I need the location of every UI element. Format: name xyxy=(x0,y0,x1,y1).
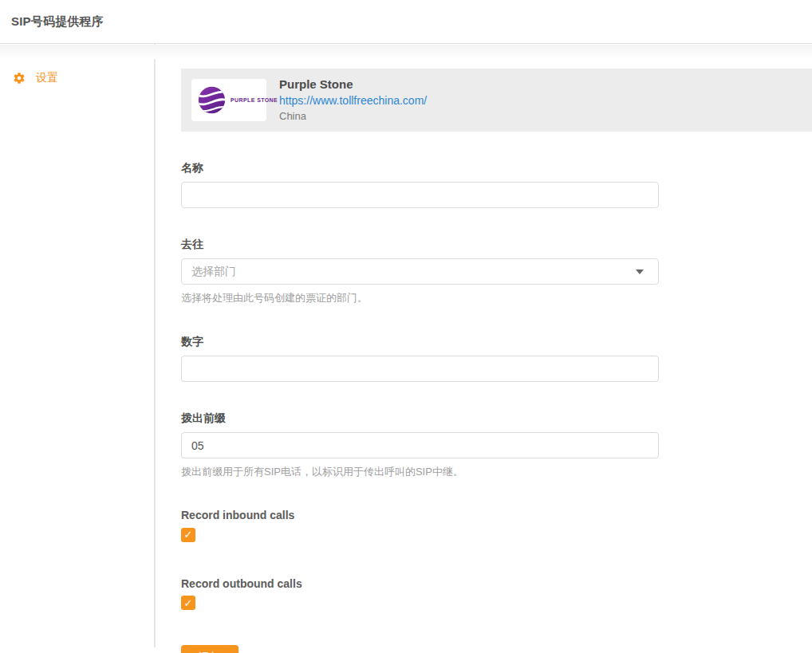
submit-row: 添加 xyxy=(181,645,659,653)
name-label: 名称 xyxy=(181,161,659,175)
sidebar-item-settings[interactable]: 设置 xyxy=(0,65,156,92)
main-content: PURPLE STONE Purple Stone https://www.to… xyxy=(156,44,812,653)
to-label: 去往 xyxy=(181,238,659,252)
record-inbound-group: Record inbound calls xyxy=(181,509,659,542)
chevron-down-icon xyxy=(636,269,644,274)
top-bar: SIP号码提供程序 xyxy=(0,0,812,44)
sidebar-item-label: 设置 xyxy=(36,71,58,85)
record-outbound-group: Record outbound calls xyxy=(181,577,659,611)
app-shell: 设置 xyxy=(0,44,812,653)
prefix-helper-text: 拨出前缀用于所有SIP电话，以标识用于传出呼叫的SIP中继。 xyxy=(181,465,659,479)
prefix-field-group: 拨出前缀 拨出前缀用于所有SIP电话，以标识用于传出呼叫的SIP中继。 xyxy=(181,411,659,479)
gear-icon xyxy=(13,72,26,85)
sip-number-form: 名称 去往 选择部门 选择将处理由此号码创建的票证的部门。 数字 拨出前缀 拨出… xyxy=(181,161,659,653)
prefix-input[interactable] xyxy=(181,432,659,458)
provider-logo: PURPLE STONE xyxy=(191,79,266,121)
record-outbound-checkbox[interactable] xyxy=(181,596,195,610)
provider-country: China xyxy=(279,108,427,124)
department-select-placeholder: 选择部门 xyxy=(191,265,236,279)
provider-logo-wordmark: PURPLE STONE xyxy=(231,97,278,103)
sidebar: 设置 xyxy=(0,44,156,653)
to-helper-text: 选择将处理由此号码创建的票证的部门。 xyxy=(181,291,659,305)
provider-name: Purple Stone xyxy=(279,77,427,92)
number-input[interactable] xyxy=(181,356,659,382)
provider-info: Purple Stone https://www.tollfreechina.c… xyxy=(279,77,427,124)
add-button[interactable]: 添加 xyxy=(181,645,238,653)
purple-stone-sphere-icon xyxy=(197,85,227,115)
name-field-group: 名称 xyxy=(181,161,659,208)
department-select[interactable]: 选择部门 xyxy=(181,258,659,285)
provider-card: PURPLE STONE Purple Stone https://www.to… xyxy=(181,69,812,132)
name-input[interactable] xyxy=(181,182,659,208)
record-outbound-label: Record outbound calls xyxy=(181,577,659,590)
record-inbound-label: Record inbound calls xyxy=(181,509,659,521)
number-field-group: 数字 xyxy=(181,335,659,382)
prefix-label: 拨出前缀 xyxy=(181,411,659,426)
provider-url-link[interactable]: https://www.tollfreechina.com/ xyxy=(279,92,427,108)
to-field-group: 去往 选择部门 选择将处理由此号码创建的票证的部门。 xyxy=(181,238,659,305)
page-title: SIP号码提供程序 xyxy=(11,14,104,30)
number-label: 数字 xyxy=(181,335,659,349)
record-inbound-checkbox[interactable] xyxy=(181,528,195,542)
